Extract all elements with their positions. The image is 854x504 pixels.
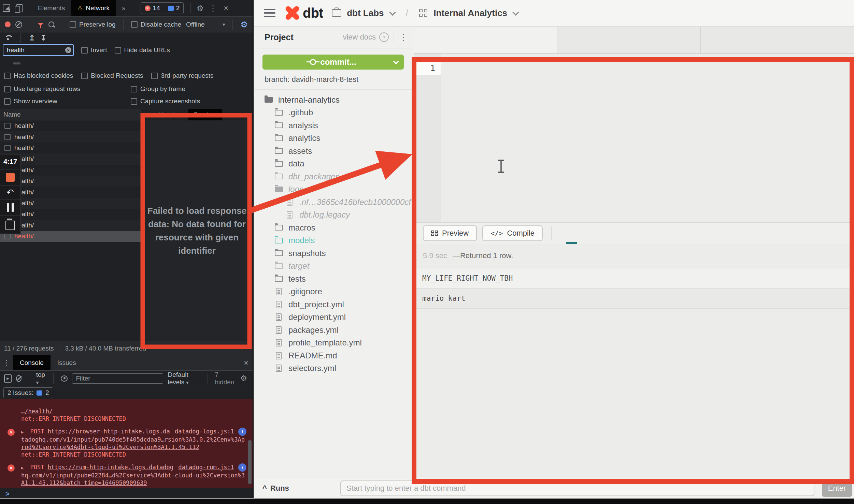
account-switcher[interactable]: dbt Labs [332, 8, 395, 18]
file-tree-row[interactable]: profile_template.yml [254, 337, 413, 350]
preserve-log-checkbox[interactable]: Preserve log [70, 21, 116, 28]
view-docs-link[interactable]: view docs [343, 33, 376, 42]
file-tree-row[interactable]: dbt_packages [254, 170, 413, 183]
file-tree-row[interactable]: README.md [254, 349, 413, 362]
stop-recording-button[interactable] [0, 169, 20, 185]
close-devtools-icon[interactable]: × [219, 2, 232, 14]
third-party-requests-checkbox[interactable]: 3rd-party requests [151, 72, 213, 79]
error-url-link[interactable]: …/health/ [21, 407, 244, 415]
live-expression-eye-icon[interactable] [61, 375, 68, 382]
throttling-select[interactable]: Offline [186, 21, 205, 28]
close-request-icon[interactable]: × [141, 112, 153, 118]
sql-editor[interactable]: 1 [414, 54, 854, 222]
console-prompt[interactable]: > [0, 488, 253, 499]
console-error-message[interactable]: × i datadog-logs.js:1 ▶ POSThttps://brow… [0, 425, 253, 461]
commit-dropdown-chevron[interactable] [388, 55, 404, 70]
hide-data-urls-checkbox[interactable]: Hide data URLs [115, 46, 170, 54]
log-levels-select[interactable]: Default levels ▾ [168, 371, 200, 386]
issue-badges[interactable]: × 14 2 [141, 2, 184, 14]
context-select[interactable]: top ▾ [36, 371, 46, 386]
request-type-pill[interactable] [23, 62, 30, 64]
restart-recording-button[interactable]: ↶ [0, 185, 20, 199]
export-har-icon[interactable]: ↧ [41, 34, 47, 42]
console-filter-input[interactable] [72, 373, 163, 384]
filter-funnel-icon[interactable] [38, 23, 44, 26]
console-source-link[interactable]: datadog-rum.js:1 [178, 463, 234, 471]
network-settings-gear-icon[interactable]: ⚙ [240, 20, 248, 29]
request-type-pill[interactable] [13, 62, 20, 64]
dbt-logo[interactable]: dbt [284, 5, 323, 21]
settings-gear-icon[interactable]: ⚙ [194, 2, 207, 14]
results-value-row[interactable]: mario kart [414, 288, 854, 309]
tab-preview[interactable]: Preview [188, 109, 223, 120]
request-type-pill[interactable] [99, 62, 106, 64]
import-har-icon[interactable]: ↥ [29, 34, 35, 42]
network-conditions-icon[interactable] [4, 35, 12, 41]
request-row[interactable]: health/ [0, 143, 141, 153]
blocked-requests-checkbox[interactable]: Blocked Requests [81, 72, 143, 79]
request-type-pill[interactable] [70, 62, 78, 64]
group-by-frame-checkbox[interactable]: Group by frame [131, 85, 185, 93]
has-blocked-cookies-checkbox[interactable]: Has blocked cookies [4, 72, 73, 79]
request-type-pill[interactable] [61, 62, 68, 64]
runs-toggle[interactable]: ^ Runs [262, 484, 289, 493]
tab-network[interactable]: ⚠ Network [71, 0, 116, 16]
clear-filter-icon[interactable]: × [65, 47, 71, 53]
search-icon[interactable] [48, 21, 54, 27]
delete-recording-button[interactable] [0, 215, 20, 234]
console-error-message[interactable]: × i ▶ …/health/net::ERR_INTERNET_DISCONN… [0, 399, 253, 425]
request-row[interactable]: health/ [0, 209, 141, 220]
inspect-element-icon[interactable] [0, 2, 13, 14]
message-badge[interactable]: 2 [164, 4, 184, 12]
expand-triangle-icon[interactable]: ▶ [21, 465, 24, 470]
file-tree-row[interactable]: snapshots [254, 247, 413, 260]
file-tree-row[interactable]: packages.yml [254, 324, 413, 337]
disable-cache-checkbox[interactable]: Disable cache [131, 21, 181, 28]
request-list-header[interactable]: Name [0, 109, 141, 120]
console-error-message[interactable]: × i datadog-rum.js:1 ▶ POSThttps://rum-h… [0, 461, 253, 488]
file-tree-row[interactable]: analysis [254, 119, 413, 132]
editor-tab[interactable] [414, 27, 557, 53]
file-tree-row[interactable]: .github [254, 106, 413, 119]
request-type-pill[interactable] [3, 62, 11, 64]
commit-button[interactable]: commit... [262, 55, 404, 70]
request-row[interactable]: health/ [0, 153, 141, 164]
drawer-kebab-icon[interactable]: ⋮ [0, 357, 13, 369]
tab-headers[interactable]: Headers [153, 109, 188, 120]
throttling-caret-icon[interactable]: ▾ [223, 21, 225, 28]
request-row[interactable]: health/ [0, 176, 141, 187]
file-tree-row[interactable]: logs [254, 183, 413, 196]
help-icon[interactable]: ? [379, 32, 389, 42]
file-tree-row[interactable]: analytics [254, 132, 413, 145]
request-type-pill[interactable] [51, 62, 59, 64]
console-settings-gear-icon[interactable]: ⚙ [239, 373, 248, 384]
request-row[interactable]: health/ [0, 187, 141, 197]
record-network-log-icon[interactable] [5, 21, 11, 27]
error-badge[interactable]: × 14 [141, 4, 164, 12]
file-tree-row[interactable]: selectors.yml [254, 362, 413, 375]
request-row[interactable]: health/ [0, 165, 141, 176]
request-type-pill[interactable] [32, 62, 40, 64]
dbt-command-input[interactable] [340, 480, 814, 496]
file-tree-row[interactable]: tests [254, 272, 413, 285]
device-toolbar-icon[interactable] [13, 2, 26, 14]
request-row[interactable]: health/ [0, 231, 141, 242]
sidebar-kebab-icon[interactable]: ⋮ [399, 32, 408, 43]
request-type-pill[interactable] [80, 62, 87, 64]
file-tree-row[interactable]: target [254, 260, 413, 273]
request-row[interactable]: health/ [0, 220, 141, 231]
request-row[interactable]: health/ [0, 120, 141, 131]
issues-chip[interactable]: 2 Issues: 2 [3, 387, 53, 398]
show-overview-checkbox[interactable]: Show overview [4, 98, 57, 105]
compile-button[interactable]: </> Compile [482, 225, 543, 241]
network-filter-input[interactable] [3, 44, 74, 56]
file-tree-row[interactable]: .gitignore [254, 285, 413, 298]
tab-issues[interactable]: Issues [51, 355, 83, 370]
file-tree-row[interactable]: macros [254, 221, 413, 234]
file-tree-row[interactable]: dbt_project.yml [254, 298, 413, 311]
console-sidebar-icon[interactable]: ▶ [4, 374, 12, 383]
request-row[interactable]: health/ [0, 198, 141, 209]
more-tabs-chevron[interactable]: » [116, 0, 132, 16]
enter-button[interactable]: Enter [822, 480, 852, 497]
tab-elements[interactable]: Elements [32, 0, 71, 16]
